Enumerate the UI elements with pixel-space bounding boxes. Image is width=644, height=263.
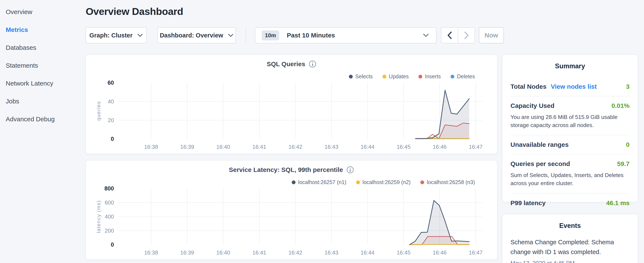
summary-row-value: 0.01% (612, 102, 630, 109)
chart-title: Service Latency: SQL, 99th percentile (229, 166, 343, 173)
event-text: Schema Change Completed: Schema change w… (510, 237, 630, 257)
time-step-buttons (441, 27, 475, 43)
legend-dot (349, 75, 353, 79)
summary-row-p99-latency: P99 latency 46.1 ms (510, 194, 630, 212)
info-icon[interactable] (309, 60, 316, 68)
legend-item[interactable]: localhost:26258 (n3) (420, 179, 475, 185)
summary-row-value: 0 (626, 141, 630, 148)
svg-text:16:47: 16:47 (469, 144, 483, 150)
svg-text:0: 0 (111, 136, 114, 142)
legend-dot (418, 75, 422, 79)
sidebar-item-statements[interactable]: Statements (0, 57, 86, 75)
sidebar-item-metrics[interactable]: Metrics (0, 21, 86, 39)
svg-text:16:39: 16:39 (180, 249, 194, 256)
svg-text:16:43: 16:43 (324, 144, 338, 150)
dashboard-dropdown[interactable]: Dashboard: Overview (157, 27, 236, 43)
time-range-label: Past 10 Minutes (287, 32, 335, 39)
legend-label: localhost:26258 (n3) (427, 179, 475, 185)
sidebar: Overview Metrics Databases Statements Ne… (0, 0, 86, 128)
legend-dot (356, 180, 360, 184)
svg-text:16:42: 16:42 (288, 144, 302, 150)
legend-item[interactable]: Updates (382, 73, 409, 80)
summary-row-queries-per-second: Queries per second 59.7 Sum of Selects, … (510, 154, 630, 193)
svg-text:20: 20 (108, 117, 114, 123)
service-latency-chart: 16:3816:3916:4016:4116:4216:4316:4416:45… (93, 185, 491, 258)
sidebar-item-network-latency[interactable]: Network Latency (0, 75, 86, 92)
legend-item[interactable]: Deletes (450, 73, 475, 80)
sidebar-item-jobs[interactable]: Jobs (0, 92, 86, 110)
legend-label: localhost:26259 (n2) (362, 179, 411, 185)
legend-label: Inserts (425, 73, 441, 80)
summary-row-unavailable-ranges: Unavailable ranges 0 (510, 135, 630, 154)
svg-text:16:38: 16:38 (144, 144, 158, 150)
previous-interval-button[interactable] (442, 28, 458, 43)
info-icon[interactable] (346, 166, 354, 174)
svg-text:16:46: 16:46 (433, 249, 446, 256)
summary-row-label: Total Nodes (510, 83, 546, 90)
legend-item[interactable]: localhost:26259 (n2) (356, 179, 411, 185)
svg-text:16:47: 16:47 (469, 249, 483, 256)
legend-dot (420, 180, 424, 184)
summary-row-description: Sum of Selects, Updates, Inserts, and De… (510, 171, 630, 187)
svg-text:16:41: 16:41 (252, 249, 266, 256)
summary-row-description: You are using 28.6 MiB of 515.9 GiB usab… (510, 113, 630, 129)
next-interval-button[interactable] (458, 28, 474, 43)
event-list-item[interactable]: Schema Change Completed: Schema change w… (510, 237, 630, 263)
chart-legend: localhost:26257 (n1)localhost:26259 (n2)… (292, 179, 475, 185)
chart-title: SQL Queries (266, 60, 305, 68)
legend-dot (292, 180, 296, 184)
legend-label: Deletes (457, 73, 475, 80)
legend-dot (450, 75, 454, 79)
controls-row: Graph: Cluster Dashboard: Overview 10m P… (86, 27, 504, 43)
controls-divider (246, 27, 246, 43)
chevron-left-icon (447, 32, 452, 39)
svg-text:200: 200 (105, 227, 114, 234)
svg-text:60: 60 (108, 80, 114, 86)
svg-text:16:45: 16:45 (397, 144, 410, 150)
summary-title: Summary (510, 62, 630, 70)
events-card: Events Schema Change Completed: Schema c… (502, 214, 638, 263)
sidebar-item-advanced-debug[interactable]: Advanced Debug (0, 110, 86, 128)
summary-row-label: P99 latency (510, 199, 546, 207)
event-timestamp: May 13, 2020 at 4:45 PM (510, 260, 630, 263)
summary-row-total-nodes: Total Nodes View nodes list 3 (510, 77, 630, 96)
svg-text:16:45: 16:45 (397, 249, 410, 256)
svg-text:600: 600 (105, 199, 114, 206)
svg-text:16:42: 16:42 (288, 249, 302, 256)
summary-card: Summary Total Nodes View nodes list 3 Ca… (502, 54, 638, 202)
view-nodes-list-link[interactable]: View nodes list (551, 83, 596, 90)
svg-text:16:41: 16:41 (252, 144, 266, 150)
svg-text:40: 40 (108, 98, 114, 105)
sidebar-item-overview[interactable]: Overview (0, 3, 86, 21)
time-range-selector[interactable]: 10m Past 10 Minutes (255, 27, 436, 43)
graph-dropdown[interactable]: Graph: Cluster (86, 27, 147, 43)
dashboard-dropdown-label: Dashboard: Overview (160, 32, 223, 39)
now-button[interactable]: Now (479, 27, 504, 43)
sql-queries-panel: SQL Queries SelectsUpdatesInsertsDeletes… (86, 54, 498, 154)
events-title: Events (510, 222, 630, 229)
svg-text:16:39: 16:39 (180, 144, 194, 150)
legend-dot (382, 75, 386, 79)
page-title: Overview Dashboard (86, 6, 183, 17)
chevron-down-icon (228, 34, 234, 37)
summary-row-capacity-used: Capacity Used 0.01% You are using 28.6 M… (510, 96, 630, 135)
chart-legend: SelectsUpdatesInsertsDeletes (349, 73, 475, 80)
chevron-right-icon (464, 32, 469, 39)
legend-item[interactable]: Inserts (418, 73, 441, 80)
svg-text:800: 800 (104, 185, 114, 192)
sidebar-item-databases[interactable]: Databases (0, 39, 86, 57)
legend-item[interactable]: localhost:26257 (n1) (292, 179, 346, 185)
svg-text:16:44: 16:44 (360, 144, 374, 150)
graph-dropdown-label: Graph: Cluster (89, 32, 132, 39)
summary-row-value: 59.7 (617, 160, 630, 167)
svg-text:16:40: 16:40 (216, 144, 230, 150)
svg-text:16:46: 16:46 (433, 144, 446, 150)
svg-text:queries: queries (96, 101, 102, 121)
chevron-down-icon (423, 34, 429, 37)
legend-item[interactable]: Selects (349, 73, 373, 80)
legend-label: Selects (355, 73, 373, 80)
summary-row-label: Capacity Used (510, 102, 554, 109)
svg-text:16:44: 16:44 (360, 249, 374, 256)
legend-label: localhost:26257 (n1) (298, 179, 346, 185)
legend-label: Updates (389, 73, 409, 80)
